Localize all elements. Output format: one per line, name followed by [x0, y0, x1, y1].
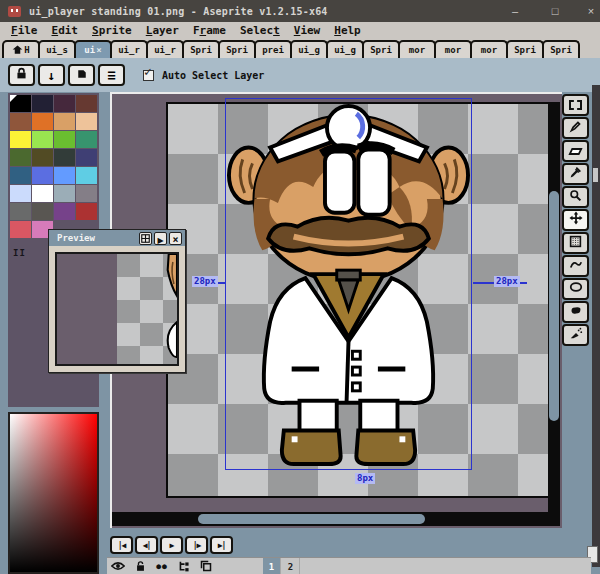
tab-Spri-5[interactable]: Spri — [182, 40, 220, 58]
timeline-frame-1[interactable]: 1 — [263, 558, 281, 574]
play-button[interactable]: ▶ — [160, 536, 183, 554]
checkbox-box[interactable]: ✓ — [143, 70, 154, 81]
menu-file[interactable]: File — [4, 24, 45, 37]
palette-swatch-7[interactable] — [76, 113, 97, 130]
palette-resize-handle[interactable]: II — [13, 248, 26, 258]
close-button[interactable]: × — [576, 0, 600, 22]
horizontal-scrollbar-thumb[interactable] — [198, 514, 425, 524]
palette-swatch-11[interactable] — [76, 131, 97, 148]
palette-swatch-21[interactable] — [32, 185, 53, 202]
palette-swatch-15[interactable] — [76, 149, 97, 166]
palette-swatch-5[interactable] — [32, 113, 53, 130]
tab-home[interactable]: H — [2, 40, 40, 58]
menu-view[interactable]: View — [287, 24, 328, 37]
prev-frame-button[interactable]: ◀| — [135, 536, 158, 554]
selection-box[interactable] — [225, 98, 472, 470]
menu-help[interactable]: Help — [327, 24, 368, 37]
maximize-button[interactable]: □ — [540, 0, 570, 22]
tab-Spri-6[interactable]: Spri — [218, 40, 256, 58]
menu-edit[interactable]: Edit — [45, 24, 86, 37]
palette-swatch-20[interactable] — [10, 185, 31, 202]
arrow-down-button[interactable]: ↓ — [38, 64, 65, 86]
tab-ui_r-3[interactable]: ui_r — [110, 40, 148, 58]
onion-skin-icon[interactable]: ●● — [151, 558, 173, 574]
preview-play-button[interactable]: ▶ — [154, 232, 167, 245]
palette-swatch-17[interactable] — [32, 167, 53, 184]
tab-ui-2[interactable]: ui× — [74, 40, 112, 58]
tab-prei-7[interactable]: prei — [254, 40, 292, 58]
color-picker-gradient[interactable] — [8, 412, 99, 574]
menu-layer[interactable]: Layer — [139, 24, 186, 37]
move-tool-button[interactable] — [562, 209, 589, 231]
palette-swatch-9[interactable] — [32, 131, 53, 148]
next-frame-button[interactable]: |▶ — [185, 536, 208, 554]
square-button[interactable] — [68, 64, 95, 86]
menu-button[interactable]: ≡ — [98, 64, 125, 86]
auto-select-layer-checkbox[interactable]: ✓ Auto Select Layer — [143, 70, 264, 81]
tab-ui_r-4[interactable]: ui_r — [146, 40, 184, 58]
home-icon — [12, 44, 23, 57]
timeline-frame-2[interactable]: 2 — [282, 558, 300, 574]
edge-scroll-thumb[interactable] — [593, 168, 598, 182]
palette-swatch-18[interactable] — [54, 167, 75, 184]
palette-swatch-3[interactable] — [76, 95, 97, 112]
palette-swatch-22[interactable] — [54, 185, 75, 202]
eyedropper-tool-button[interactable] — [562, 163, 589, 185]
pencil-tool-button[interactable] — [562, 117, 589, 139]
eye-icon[interactable] — [107, 558, 129, 574]
palette-swatch-10[interactable] — [54, 131, 75, 148]
line-curve-tool-button[interactable] — [562, 255, 589, 277]
palette-swatch-12[interactable] — [10, 149, 31, 166]
frames-icon[interactable] — [195, 558, 217, 574]
palette-swatch-23[interactable] — [76, 185, 97, 202]
tab-close-icon[interactable]: × — [96, 45, 101, 55]
palette-swatch-14[interactable] — [54, 149, 75, 166]
vertical-scrollbar[interactable] — [548, 102, 560, 526]
preview-center-button[interactable] — [139, 232, 152, 245]
menu-select[interactable]: Select — [233, 24, 287, 37]
palette-swatch-2[interactable] — [54, 95, 75, 112]
link-icon[interactable] — [173, 558, 195, 574]
vertical-scrollbar-thumb[interactable] — [549, 191, 559, 421]
minimize-button[interactable]: – — [500, 0, 530, 22]
palette-swatch-16[interactable] — [10, 167, 31, 184]
tab-ui_g-8[interactable]: ui_g — [290, 40, 328, 58]
spray-tool-button[interactable] — [562, 324, 589, 346]
ellipse-tool-button[interactable] — [562, 278, 589, 300]
eraser-tool-button[interactable] — [562, 140, 589, 162]
palette-swatch-28[interactable] — [10, 221, 31, 238]
palette-swatch-27[interactable] — [76, 203, 97, 220]
menu-sprite[interactable]: Sprite — [85, 24, 139, 37]
paint-bucket-gradient-tool-button[interactable] — [562, 232, 589, 254]
preview-close-button[interactable]: × — [169, 232, 182, 245]
zoom-tool-button[interactable] — [562, 186, 589, 208]
palette-swatch-19[interactable] — [76, 167, 97, 184]
menu-frame[interactable]: Frame — [186, 24, 233, 37]
palette-swatch-24[interactable] — [10, 203, 31, 220]
palette-swatch-6[interactable] — [54, 113, 75, 130]
palette-swatch-8[interactable] — [10, 131, 31, 148]
contour-tool-button[interactable] — [562, 301, 589, 323]
palette-swatch-1[interactable] — [32, 95, 53, 112]
palette-swatch-4[interactable] — [10, 113, 31, 130]
tab-ui_s-1[interactable]: ui_s — [38, 40, 76, 58]
tab-Spri-15[interactable]: Spri — [542, 40, 580, 58]
palette-swatch-25[interactable] — [32, 203, 53, 220]
palette-swatch-26[interactable] — [54, 203, 75, 220]
tab-mor-12[interactable]: mor — [434, 40, 472, 58]
preview-title-bar[interactable]: Preview ▶× — [49, 230, 185, 246]
tab-mor-13[interactable]: mor — [470, 40, 508, 58]
tab-ui_g-9[interactable]: ui_g — [326, 40, 364, 58]
lock-button[interactable] — [8, 64, 35, 86]
preview-window[interactable]: Preview ▶× — [48, 229, 186, 373]
tab-Spri-10[interactable]: Spri — [362, 40, 400, 58]
palette-swatch-13[interactable] — [32, 149, 53, 166]
palette-swatch-0[interactable] — [10, 95, 31, 112]
tab-mor-11[interactable]: mor — [398, 40, 436, 58]
last-frame-button[interactable]: ▶| — [210, 536, 233, 554]
tab-Spri-14[interactable]: Spri — [506, 40, 544, 58]
horizontal-scrollbar[interactable] — [112, 512, 560, 526]
rectangular-marquee-tool-button[interactable] — [562, 94, 589, 116]
first-frame-button[interactable]: |◀ — [110, 536, 133, 554]
padlock-icon[interactable] — [129, 558, 151, 574]
